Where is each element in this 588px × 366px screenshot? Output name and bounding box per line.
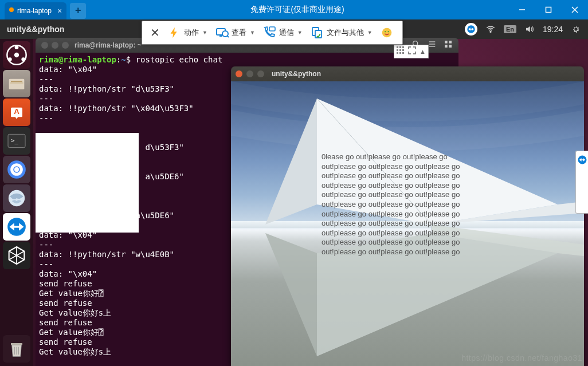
teamviewer-side-tab[interactable] bbox=[575, 151, 588, 214]
svg-rect-18 bbox=[399, 46, 401, 48]
svg-rect-8 bbox=[219, 36, 222, 37]
svg-point-6 bbox=[490, 32, 491, 33]
language-indicator[interactable]: En bbox=[504, 25, 516, 33]
chevron-down-icon: ▼ bbox=[297, 30, 303, 36]
svg-rect-20 bbox=[397, 49, 398, 51]
toolbar-action-button[interactable]: 动作 ▼ bbox=[163, 25, 211, 40]
teamviewer-tray-icon[interactable] bbox=[465, 23, 477, 36]
svg-rect-32 bbox=[11, 81, 22, 82]
wifi-icon[interactable] bbox=[485, 24, 496, 34]
svg-marker-62 bbox=[265, 233, 317, 356]
grid-icon[interactable] bbox=[397, 46, 405, 57]
grid-view-icon[interactable] bbox=[444, 40, 453, 51]
window-min-icon[interactable] bbox=[246, 70, 253, 77]
svg-text:A: A bbox=[14, 107, 19, 116]
svg-rect-17 bbox=[397, 46, 398, 48]
svg-rect-1 bbox=[546, 7, 551, 13]
teamviewer-toolbar[interactable]: ✕ 动作 ▼ 查看 ▼ 通信 ▼ 文件与其他 ▼ bbox=[142, 21, 403, 45]
svg-rect-25 bbox=[402, 52, 404, 54]
tab-indicator-icon bbox=[9, 7, 14, 12]
toolbar-action-label: 动作 bbox=[184, 27, 199, 38]
window-controls bbox=[509, 0, 588, 19]
phone-chat-icon bbox=[262, 25, 277, 40]
svg-point-14 bbox=[382, 28, 391, 38]
launcher-globe[interactable] bbox=[3, 184, 30, 212]
toolbar-feedback-button[interactable] bbox=[376, 25, 398, 40]
svg-rect-67 bbox=[581, 159, 583, 160]
svg-rect-55 bbox=[449, 41, 452, 44]
toolbar-comm-button[interactable]: 通信 ▼ bbox=[258, 25, 306, 40]
svg-rect-57 bbox=[449, 45, 452, 48]
panel-app-title: unity&&python bbox=[5, 25, 64, 34]
settings-gear-icon[interactable] bbox=[571, 24, 581, 34]
svg-point-15 bbox=[385, 31, 386, 32]
close-icon: ✕ bbox=[150, 26, 160, 40]
svg-rect-5 bbox=[470, 29, 472, 29]
plus-icon: + bbox=[75, 5, 81, 17]
list-icon[interactable] bbox=[428, 40, 437, 51]
maximize-button[interactable] bbox=[535, 0, 562, 19]
svg-rect-54 bbox=[445, 41, 448, 44]
unity-overlay-text: 0lease go out!please go out!please go ou… bbox=[322, 152, 482, 257]
minimize-button[interactable] bbox=[509, 0, 535, 19]
volume-icon[interactable] bbox=[524, 24, 535, 34]
unity-title-bar[interactable]: unity&&python bbox=[231, 66, 584, 81]
teamviewer-mini-toolbar[interactable]: ▲ bbox=[394, 45, 429, 58]
svg-line-10 bbox=[227, 36, 229, 37]
svg-rect-33 bbox=[10, 82, 23, 84]
fullscreen-icon[interactable] bbox=[408, 46, 416, 57]
terminal-overlay-box bbox=[36, 133, 139, 233]
clock[interactable]: 19:24 bbox=[543, 25, 563, 34]
window-title: 免费许可证(仅非商业用途) bbox=[86, 5, 509, 15]
unity-title: unity&&python bbox=[272, 70, 321, 78]
launcher-software[interactable]: A bbox=[3, 99, 30, 126]
svg-point-30 bbox=[21, 57, 25, 61]
new-tab-button[interactable]: + bbox=[70, 3, 86, 19]
svg-rect-45 bbox=[11, 343, 22, 345]
watermark: https://blog.csdn.net/fanghao31 bbox=[461, 353, 582, 363]
chevron-down-icon: ▼ bbox=[250, 30, 255, 36]
unity-launcher: A >_ bbox=[0, 39, 33, 366]
svg-rect-24 bbox=[399, 52, 401, 54]
toolbar-view-button[interactable]: 查看 ▼ bbox=[211, 25, 258, 40]
ubuntu-desktop: A >_ rima@rima-laptop: ~ bbox=[0, 39, 588, 366]
launcher-trash[interactable] bbox=[3, 335, 30, 363]
lightning-icon bbox=[167, 25, 182, 40]
svg-rect-56 bbox=[445, 45, 448, 48]
launcher-files[interactable] bbox=[3, 70, 30, 97]
panel-indicators: En 19:24 bbox=[465, 23, 583, 36]
toolbar-comm-label: 通信 bbox=[279, 27, 294, 38]
window-max-icon[interactable] bbox=[257, 70, 264, 77]
browser-tab[interactable]: rima-laptop × bbox=[5, 2, 66, 19]
close-button[interactable] bbox=[562, 0, 588, 19]
window-min-icon[interactable] bbox=[52, 42, 58, 49]
toolbar-files-button[interactable]: 文件与其他 ▼ bbox=[306, 25, 376, 40]
launcher-dash-button[interactable] bbox=[3, 41, 30, 69]
svg-rect-44 bbox=[14, 226, 19, 227]
windows-title-bar: rima-laptop × + 免费许可证(仅非商业用途) bbox=[0, 0, 588, 19]
toolbar-close-button[interactable]: ✕ bbox=[147, 26, 163, 40]
window-close-icon[interactable] bbox=[41, 42, 48, 49]
tab-close-icon[interactable]: × bbox=[57, 6, 62, 15]
tab-label: rima-laptop bbox=[17, 7, 52, 15]
launcher-unity-editor[interactable] bbox=[3, 242, 30, 269]
svg-point-27 bbox=[14, 53, 19, 57]
launcher-teamviewer[interactable] bbox=[3, 213, 30, 241]
collapse-icon[interactable]: ▲ bbox=[420, 48, 426, 55]
chevron-down-icon: ▼ bbox=[367, 30, 373, 36]
files-icon bbox=[309, 25, 324, 40]
terminal-title: rima@rima-laptop: ~ bbox=[75, 41, 142, 49]
svg-point-41 bbox=[14, 167, 19, 172]
launcher-terminal[interactable]: >_ bbox=[3, 127, 30, 155]
monitor-icon bbox=[214, 25, 229, 40]
svg-rect-19 bbox=[402, 46, 404, 48]
svg-text:>_: >_ bbox=[11, 137, 19, 144]
svg-rect-23 bbox=[397, 52, 398, 54]
unity-window[interactable]: unity&&python 0lease go out!please go bbox=[231, 66, 584, 366]
chevron-down-icon: ▼ bbox=[202, 30, 207, 36]
toolbar-files-label: 文件与其他 bbox=[327, 27, 364, 38]
window-max-icon[interactable] bbox=[62, 42, 69, 49]
launcher-chromium[interactable] bbox=[3, 156, 30, 183]
svg-rect-22 bbox=[402, 49, 404, 51]
window-close-icon[interactable] bbox=[236, 70, 242, 77]
